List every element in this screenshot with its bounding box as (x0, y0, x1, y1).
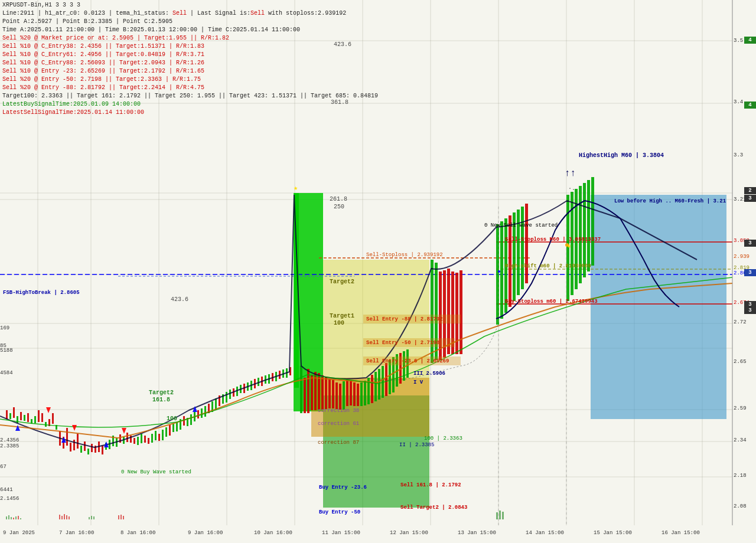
svg-rect-43 (45, 422, 47, 427)
svg-rect-36 (20, 412, 22, 420)
edge-box-3-a: 3 (744, 195, 756, 202)
svg-rect-38 (27, 413, 29, 422)
svg-rect-196 (363, 315, 461, 323)
svg-rect-235 (118, 515, 119, 519)
svg-rect-117 (311, 375, 313, 410)
svg-rect-120 (321, 375, 324, 410)
svg-rect-56 (91, 444, 93, 452)
svg-rect-75 (158, 434, 160, 441)
svg-rect-95 (229, 390, 231, 399)
svg-marker-172 (46, 407, 51, 413)
svg-marker-168 (15, 425, 20, 431)
svg-text:6441: 6441 (0, 487, 13, 493)
svg-rect-160 (525, 204, 528, 283)
svg-rect-114 (300, 366, 302, 413)
svg-rect-94 (226, 392, 227, 403)
svg-rect-226 (20, 518, 21, 519)
svg-point-216 (565, 243, 569, 247)
svg-rect-71 (144, 436, 146, 443)
svg-rect-78 (169, 425, 171, 436)
svg-rect-86 (197, 410, 199, 418)
svg-text:261.8: 261.8 (330, 196, 347, 202)
chart-container: ★ ★ 423.6 423.6 361.8 261.8 250 Target2 … (0, 0, 756, 543)
svg-rect-116 (307, 369, 309, 413)
svg-text:2.939: 2.939 (734, 254, 750, 260)
edge-box-2: 2 (744, 187, 756, 194)
svg-rect-84 (190, 414, 192, 425)
svg-text:·.: ·. (568, 185, 575, 192)
svg-rect-123 (332, 380, 334, 408)
svg-rect-225 (18, 516, 19, 519)
svg-rect-129 (353, 382, 356, 406)
svg-rect-74 (155, 431, 157, 440)
svg-rect-124 (335, 382, 338, 409)
svg-text:7 Jan 16:00: 7 Jan 16:00 (59, 530, 94, 536)
svg-text:361.8: 361.8 (331, 99, 348, 106)
svg-rect-42 (41, 413, 43, 422)
svg-text:9 Jan 2025: 9 Jan 2025 (3, 530, 35, 536)
svg-rect-121 (325, 377, 327, 409)
svg-text:169: 169 (0, 325, 9, 331)
svg-text:423.6: 423.6 (171, 296, 188, 303)
svg-rect-138 (385, 363, 387, 396)
svg-rect-53 (80, 446, 82, 453)
svg-rect-49 (66, 428, 68, 446)
svg-rect-122 (328, 379, 331, 408)
svg-text:Low before High .. M60-Fresh |: Low before High .. M60-Fresh | 3.21 (614, 198, 726, 204)
svg-text:II | 2.3385: II | 2.3385 (399, 442, 434, 448)
svg-text:2.1456: 2.1456 (0, 496, 19, 502)
svg-rect-220 (6, 516, 7, 519)
edge-box-4-top: 4 (744, 37, 756, 44)
svg-marker-173 (72, 425, 77, 431)
svg-text:Buy-Stoploss m60 | 2.67429943: Buy-Stoploss m60 | 2.67429943 (505, 299, 598, 305)
svg-rect-88 (204, 406, 206, 417)
svg-text:0 New Buy Wave started: 0 New Buy Wave started (121, 469, 191, 475)
svg-text:Sell 161.8 | 2.1792: Sell 161.8 | 2.1792 (400, 482, 461, 488)
svg-rect-127 (346, 380, 348, 406)
svg-rect-128 (350, 381, 352, 405)
svg-text:2.18: 2.18 (734, 473, 747, 479)
svg-rect-50 (70, 443, 71, 452)
edge-box-3-d: 3 (744, 307, 756, 314)
svg-rect-223 (13, 518, 14, 519)
svg-rect-125 (339, 384, 341, 410)
svg-rect-152 (460, 270, 462, 354)
svg-text:correction 87: correction 87 (318, 440, 359, 446)
price-chart: ★ ★ 423.6 423.6 361.8 261.8 250 Target2 … (0, 0, 756, 543)
svg-text:2.4356: 2.4356 (0, 437, 19, 443)
svg-rect-131 (360, 382, 363, 406)
svg-text:High-shift m60 | 2.81930000: High-shift m60 | 2.81930000 (505, 263, 591, 269)
svg-text:III 2.5906: III 2.5906 (413, 371, 445, 377)
svg-text:2.59: 2.59 (734, 405, 747, 411)
svg-rect-237 (123, 516, 124, 519)
svg-rect-166 (587, 180, 590, 272)
svg-text:Target2: Target2 (149, 390, 174, 396)
svg-text:12 Jan 15:00: 12 Jan 15:00 (390, 530, 428, 536)
svg-rect-87 (201, 408, 203, 418)
svg-rect-126 (343, 381, 345, 410)
edge-box-3-b: 3 (744, 240, 756, 247)
svg-text:3.5: 3.5 (734, 38, 743, 44)
svg-rect-134 (371, 375, 373, 403)
svg-text:100: 100 (334, 320, 344, 326)
svg-rect-115 (304, 378, 306, 413)
svg-rect-197 (363, 338, 455, 347)
svg-marker-174 (122, 428, 126, 434)
svg-rect-227 (59, 515, 60, 519)
svg-rect-25 (591, 195, 726, 419)
svg-text:★: ★ (294, 184, 298, 192)
svg-rect-234 (93, 516, 94, 519)
svg-rect-167 (591, 177, 594, 266)
svg-text:3.4: 3.4 (734, 99, 743, 105)
svg-rect-224 (15, 516, 17, 519)
svg-rect-232 (89, 517, 90, 519)
svg-text:3.3: 3.3 (734, 152, 743, 158)
svg-rect-51 (73, 440, 75, 450)
svg-rect-52 (77, 434, 79, 449)
svg-text:I  V: I V (413, 380, 423, 385)
svg-text:Buy Entry -23.6: Buy Entry -23.6 (319, 485, 367, 490)
svg-text:Target2: Target2 (330, 279, 354, 285)
svg-rect-135 (374, 372, 377, 401)
svg-rect-73 (151, 434, 153, 443)
svg-rect-32 (6, 410, 8, 419)
